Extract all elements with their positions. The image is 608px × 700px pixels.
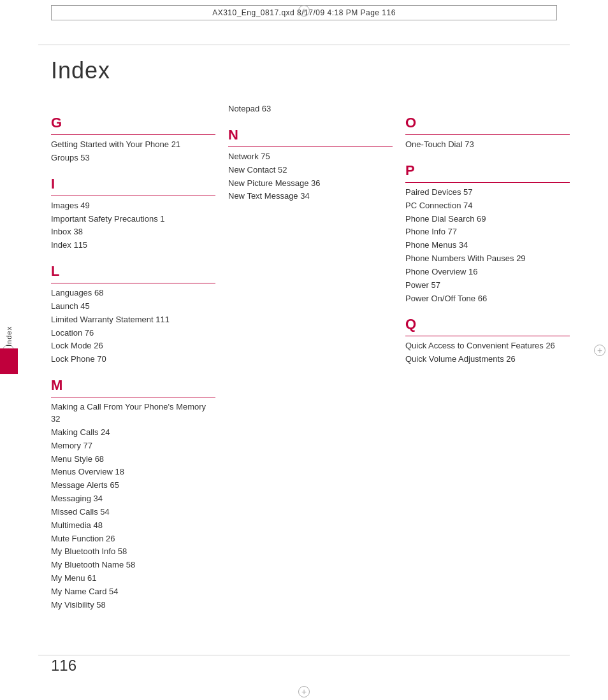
- item-location: Location 76: [51, 327, 215, 339]
- section-q-letter: Q: [405, 313, 570, 334]
- section-g-divider: [51, 134, 215, 135]
- item-mute-function: Mute Function 26: [51, 533, 215, 545]
- item-languages: Languages 68: [51, 287, 215, 299]
- main-content: Index G Getting Started with Your Phone …: [51, 57, 570, 649]
- crosshair-right: [594, 345, 605, 356]
- item-menus-overview: Menus Overview 18: [51, 466, 215, 478]
- item-lock-phone: Lock Phone 70: [51, 354, 215, 366]
- section-n-letter: N: [228, 124, 393, 145]
- index-columns: G Getting Started with Your Phone 21 Gro…: [51, 103, 570, 613]
- item-memory: Memory 77: [51, 440, 215, 452]
- item-network: Network 75: [228, 151, 393, 163]
- column-3: O One-Touch Dial 73 P Paired Devices 57 …: [405, 103, 570, 613]
- item-multimedia: Multimedia 48: [51, 520, 215, 532]
- section-p-divider: [405, 182, 570, 183]
- section-o-divider: [405, 134, 570, 135]
- item-new-picture-message: New Picture Message 36: [228, 178, 393, 190]
- item-my-menu: My Menu 61: [51, 573, 215, 585]
- item-menu-style: Menu Style 68: [51, 454, 215, 466]
- item-important-safety: Important Safety Precautions 1: [51, 213, 215, 225]
- item-phone-dial-search: Phone Dial Search 69: [405, 213, 570, 225]
- item-making-calls: Making Calls 24: [51, 427, 215, 439]
- item-index: Index 115: [51, 239, 215, 252]
- column-1: G Getting Started with Your Phone 21 Gro…: [51, 103, 215, 613]
- item-my-bluetooth-info: My Bluetooth Info 58: [51, 546, 215, 558]
- bottom-rule: [38, 655, 570, 655]
- section-i-letter: I: [51, 173, 215, 194]
- top-rule: [38, 45, 570, 45]
- item-new-contact: New Contact 52: [228, 164, 393, 176]
- section-g-letter: G: [51, 112, 215, 133]
- section-p-letter: P: [405, 160, 570, 181]
- column-2: Notepad 63 N Network 75 New Contact 52 N…: [228, 103, 393, 613]
- section-n-divider: [228, 146, 393, 147]
- crosshair-bottom: [298, 686, 310, 697]
- item-missed-calls: Missed Calls 54: [51, 506, 215, 518]
- page-number: 116: [51, 657, 76, 675]
- item-quick-access: Quick Access to Convenient Features 26: [405, 340, 570, 352]
- section-l-letter: L: [51, 261, 215, 282]
- section-m-divider: [51, 397, 215, 397]
- crosshair-top: [298, 5, 310, 17]
- section-o-letter: O: [405, 112, 570, 133]
- item-phone-numbers-pauses: Phone Numbers With Pauses 29: [405, 253, 570, 265]
- item-launch: Launch 45: [51, 301, 215, 313]
- section-m-letter: M: [51, 375, 215, 396]
- item-phone-info: Phone Info 77: [405, 226, 570, 238]
- item-my-bluetooth-name: My Bluetooth Name 58: [51, 559, 215, 571]
- item-phone-overview: Phone Overview 16: [405, 266, 570, 278]
- item-quick-volume: Quick Volume Adjustments 26: [405, 354, 570, 366]
- item-my-visibility: My Visibility 58: [51, 599, 215, 611]
- item-notepad-top: Notepad 63: [228, 103, 393, 115]
- item-my-name-card: My Name Card 54: [51, 586, 215, 598]
- item-getting-started: Getting Started with Your Phone 21: [51, 139, 215, 151]
- section-l-divider: [51, 283, 215, 283]
- section-q-divider: [405, 336, 570, 336]
- sidebar-tab: Index: [0, 326, 18, 375]
- item-inbox: Inbox 38: [51, 226, 215, 238]
- item-limited-warranty: Limited Warranty Statement 111: [51, 314, 215, 326]
- page-title: Index: [51, 57, 570, 84]
- item-one-touch-dial: One-Touch Dial 73: [405, 139, 570, 151]
- item-phone-menus: Phone Menus 34: [405, 239, 570, 252]
- sidebar-tab-label: Index: [5, 326, 13, 346]
- item-paired-devices: Paired Devices 57: [405, 187, 570, 199]
- section-i-divider: [51, 196, 215, 196]
- item-power: Power 57: [405, 280, 570, 292]
- item-lock-mode: Lock Mode 26: [51, 340, 215, 352]
- item-messaging: Messaging 34: [51, 493, 215, 505]
- item-making-call-from: Making a Call From Your Phone's Memory 3…: [51, 401, 215, 425]
- sidebar-tab-highlight: [0, 348, 18, 374]
- item-message-alerts: Message Alerts 65: [51, 480, 215, 492]
- item-new-text-message: New Text Message 34: [228, 190, 393, 203]
- item-groups: Groups 53: [51, 152, 215, 164]
- item-images: Images 49: [51, 200, 215, 212]
- item-pc-connection: PC Connection 74: [405, 200, 570, 212]
- item-power-onoff-tone: Power On/Off Tone 66: [405, 293, 570, 305]
